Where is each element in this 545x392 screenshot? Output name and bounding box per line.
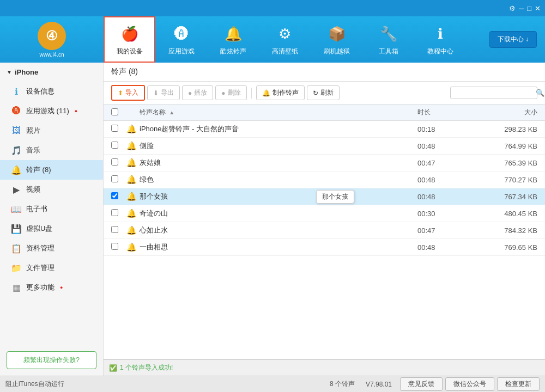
row-size-4: 767.34 KB — [472, 193, 537, 201]
sidebar-icon-photos: 🖼 — [11, 125, 22, 136]
nav-label-app-games: 应用游戏 — [168, 47, 195, 56]
nav-item-toolbox[interactable]: 🔧 工具箱 — [362, 16, 414, 63]
row-duration-0: 00:18 — [417, 125, 472, 133]
import-icon: ⬆ — [118, 89, 123, 97]
minimize-icon[interactable]: ─ — [519, 4, 524, 13]
refresh-btn[interactable]: ↻ 刷新 — [307, 85, 340, 100]
table-row[interactable]: 🔔 侧脸 00:48 764.99 KB — [104, 138, 545, 155]
nav-item-ringtones[interactable]: 🔔 酷炫铃声 — [207, 16, 259, 63]
sidebar-item-app-games[interactable]: 🅐 应用游戏 (11) ● — [0, 101, 103, 121]
sidebar-item-video[interactable]: ▶ 视频 — [0, 180, 103, 199]
table-row[interactable]: 🔔 一曲相思 00:48 769.65 KB — [104, 239, 545, 256]
header-check — [111, 108, 126, 117]
feedback-btn[interactable]: 意见反馈 — [400, 377, 443, 391]
maximize-icon[interactable]: □ — [527, 4, 531, 13]
settings-icon[interactable]: ⚙ — [509, 4, 516, 13]
nav-item-tutorials[interactable]: ℹ 教程中心 — [414, 16, 466, 63]
sidebar-item-more-features[interactable]: ▦ 更多功能 ● — [0, 278, 103, 297]
table-row[interactable]: 🔔 心如止水 00:47 784.32 KB — [104, 222, 545, 239]
itunes-stop-btn[interactable]: 阻止iTunes自动运行 — [5, 380, 64, 388]
sidebar-item-data-mgmt[interactable]: 📋 资料管理 — [0, 238, 103, 258]
nav-item-app-games[interactable]: 🅐 应用游戏 — [155, 16, 207, 63]
row-bell-icon-6: 🔔 — [126, 225, 140, 235]
export-btn[interactable]: ⬇ 导出 — [147, 85, 180, 100]
row-checkbox-2[interactable] — [111, 158, 126, 167]
delete-icon: ● — [221, 89, 225, 97]
content-title: 铃声 (8) — [104, 63, 545, 82]
freq-fail-btn[interactable]: 频繁出现操作失败? — [7, 351, 96, 369]
nav-icon-my-device: 🍎 — [119, 23, 141, 45]
select-all-checkbox[interactable] — [111, 108, 118, 115]
row-checkbox-4[interactable] — [111, 192, 126, 201]
sidebar-icon-app-games: 🅐 — [11, 106, 22, 117]
row-bell-icon-1: 🔔 — [126, 141, 140, 151]
sidebar: ▼ iPhone ℹ 设备信息 🅐 应用游戏 (11) ● 🖼 照片 🎵 音乐 … — [0, 63, 104, 376]
nav-item-jailbreak[interactable]: 📦 刷机越狱 — [311, 16, 362, 63]
search-icon: 🔍 — [536, 89, 544, 97]
row-name-4: 那个女孩 — [140, 192, 417, 201]
import-btn[interactable]: ⬆ 导入 — [111, 85, 145, 101]
sidebar-icon-more-features: ▦ — [11, 282, 22, 293]
sidebar-label-photos: 照片 — [26, 126, 40, 136]
table-header: 铃声名称 ▲ 时长 大小 — [104, 105, 545, 121]
row-checkbox-6[interactable] — [111, 226, 126, 235]
header-duration: 时长 — [417, 108, 472, 117]
nav-label-jailbreak: 刷机越狱 — [324, 47, 350, 56]
download-btn[interactable]: 下载中心 ↓ — [489, 31, 537, 48]
sidebar-label-ebooks: 电子书 — [26, 204, 47, 214]
row-duration-1: 00:48 — [417, 142, 472, 150]
row-name-3: 绿色 — [140, 175, 417, 185]
nav-icon-wallpaper: ⚙ — [274, 23, 296, 45]
row-name-2: 灰姑娘 — [140, 158, 417, 168]
sidebar-item-ebooks[interactable]: 📖 电子书 — [0, 199, 103, 219]
export-icon: ⬇ — [153, 89, 159, 97]
close-icon[interactable]: ✕ — [535, 4, 541, 13]
table-row[interactable]: 🔔 那个女孩 那个女孩 00:48 767.34 KB — [104, 188, 545, 205]
nav-item-my-device[interactable]: 🍎 我的设备 — [104, 16, 155, 63]
row-duration-3: 00:48 — [417, 176, 472, 184]
nav-icon-tutorials: ℹ — [429, 23, 451, 45]
row-name-0: iPhone超赞铃声 - 大自然的声音 — [140, 124, 417, 134]
table-body: 🔔 iPhone超赞铃声 - 大自然的声音 00:18 298.23 KB 🔔 … — [104, 121, 545, 359]
sort-arrow: ▲ — [169, 109, 174, 115]
sidebar-item-music[interactable]: 🎵 音乐 — [0, 140, 103, 160]
row-checkbox-0[interactable] — [111, 125, 126, 133]
bottom-left: 阻止iTunes自动运行 — [5, 379, 330, 389]
sidebar-label-device-info: 设备信息 — [26, 87, 55, 96]
content-area: 铃声 (8) ⬆ 导入 ⬇ 导出 ● 播放 ● 删除 🔔 制作铃声 — [104, 63, 545, 376]
nav-item-wallpaper[interactable]: ⚙ 高清壁纸 — [259, 16, 311, 63]
row-checkbox-5[interactable] — [111, 209, 126, 218]
header: ④ www.i4.cn 🍎 我的设备 🅐 应用游戏 🔔 酷炫铃声 ⚙ 高清壁纸 … — [0, 16, 545, 63]
row-checkbox-1[interactable] — [111, 142, 126, 150]
sidebar-device[interactable]: ▼ iPhone — [0, 63, 103, 82]
device-name: iPhone — [15, 68, 38, 76]
table-row[interactable]: 🔔 绿色 00:48 770.27 KB — [104, 171, 545, 188]
bottombar: 阻止iTunes自动运行 8 个铃声 V7.98.01 意见反馈 微信公众号 检… — [0, 376, 545, 392]
nav-icon-toolbox: 🔧 — [378, 23, 399, 45]
row-bell-icon-3: 🔔 — [126, 175, 140, 185]
sidebar-item-ringtones[interactable]: 🔔 铃声 (8) — [0, 160, 103, 180]
bell-icon: 🔔 — [262, 89, 270, 97]
table-row[interactable]: 🔔 灰姑娘 00:47 765.39 KB — [104, 155, 545, 171]
search-input[interactable] — [454, 89, 536, 97]
row-name-5: 奇迹の山 — [140, 209, 417, 218]
table-row[interactable]: 🔔 iPhone超赞铃声 - 大自然的声音 00:18 298.23 KB — [104, 121, 545, 138]
row-checkbox-7[interactable] — [111, 243, 126, 252]
sidebar-icon-virtual-udisk: 💾 — [11, 223, 22, 234]
sidebar-item-device-info[interactable]: ℹ 设备信息 — [0, 82, 103, 101]
sidebar-item-virtual-udisk[interactable]: 💾 虚拟U盘 — [0, 219, 103, 238]
play-btn[interactable]: ● 播放 — [182, 85, 213, 100]
make-ringtone-btn[interactable]: 🔔 制作铃声 — [256, 85, 305, 100]
row-size-3: 770.27 KB — [472, 176, 537, 184]
delete-btn[interactable]: ● 删除 — [215, 85, 246, 100]
sidebar-item-file-mgmt[interactable]: 📁 文件管理 — [0, 258, 103, 278]
update-btn[interactable]: 检查更新 — [497, 377, 540, 391]
sidebar-item-photos[interactable]: 🖼 照片 — [0, 121, 103, 140]
row-name-7: 一曲相思 — [140, 242, 417, 252]
row-checkbox-3[interactable] — [111, 175, 126, 184]
wechat-btn[interactable]: 微信公众号 — [445, 377, 494, 391]
table-row[interactable]: 🔔 奇迹の山 00:30 480.45 KB — [104, 205, 545, 222]
logo-site: www.i4.cn — [39, 52, 64, 58]
check-icon: ✅ — [109, 364, 117, 372]
nav-icon-ringtones: 🔔 — [222, 23, 244, 45]
